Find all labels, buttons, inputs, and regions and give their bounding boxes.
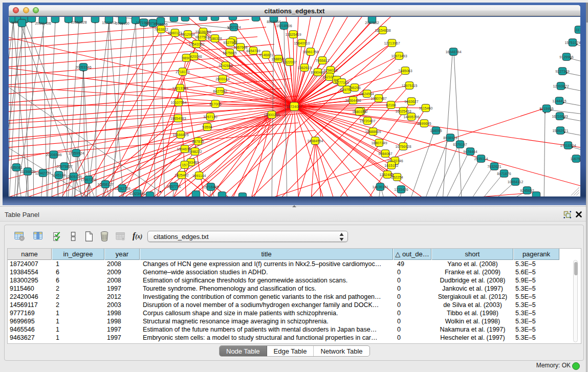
svg-text:16154838: 16154838	[375, 29, 390, 32]
svg-text:8813054: 8813054	[267, 20, 280, 24]
svg-text:15720407: 15720407	[359, 119, 375, 123]
svg-text:887833: 887833	[192, 140, 204, 143]
svg-text:15640910: 15640910	[294, 41, 310, 45]
svg-text:3267130: 3267130	[203, 115, 217, 119]
svg-text:12975115: 12975115	[402, 84, 418, 87]
svg-text:19166825: 19166825	[172, 133, 188, 137]
svg-text:8454749: 8454749	[246, 49, 260, 53]
svg-text:10653528: 10653528	[71, 20, 86, 24]
svg-text:15751074: 15751074	[564, 41, 580, 45]
svg-text:18807249: 18807249	[371, 141, 387, 145]
svg-text:7625402: 7625402	[175, 173, 188, 177]
svg-text:17957255: 17957255	[80, 178, 96, 182]
svg-text:12505135: 12505135	[66, 175, 81, 179]
svg-text:8322037: 8322037	[282, 60, 296, 64]
svg-text:10756928: 10756928	[395, 145, 411, 148]
svg-text:20364436: 20364436	[345, 99, 361, 102]
svg-text:12213389: 12213389	[172, 86, 188, 90]
svg-text:18300295: 18300295	[264, 113, 279, 117]
svg-text:9146821: 9146821	[259, 53, 273, 57]
svg-text:435081: 435081	[10, 166, 22, 169]
svg-text:16210643: 16210643	[552, 115, 568, 118]
svg-text:8990448: 8990448	[311, 71, 324, 74]
svg-text:62160: 62160	[386, 103, 396, 107]
svg-text:8427552: 8427552	[213, 90, 227, 93]
svg-text:12093872: 12093872	[553, 84, 569, 88]
svg-text:12942737: 12942737	[35, 171, 51, 175]
svg-text:157: 157	[182, 163, 188, 167]
svg-text:10654112: 10654112	[508, 180, 524, 184]
svg-text:11923446: 11923446	[129, 192, 145, 195]
svg-text:12213967: 12213967	[384, 41, 400, 45]
svg-text:20206586: 20206586	[46, 153, 61, 157]
svg-text:9474444: 9474444	[463, 150, 477, 154]
svg-text:14136141: 14136141	[372, 185, 388, 189]
svg-text:19654983: 19654983	[170, 117, 186, 120]
svg-text:7632621: 7632621	[487, 165, 501, 168]
svg-text:10958127: 10958127	[97, 183, 113, 186]
svg-text:53594: 53594	[202, 125, 212, 129]
svg-text:8186328: 8186328	[208, 37, 222, 40]
svg-text:16961758: 16961758	[302, 50, 318, 54]
svg-text:817006: 817006	[209, 102, 221, 106]
svg-text:16782759: 16782759	[114, 187, 130, 190]
svg-text:9777169: 9777169	[335, 81, 349, 84]
svg-text:8215955: 8215955	[539, 107, 553, 111]
svg-text:1615152: 1615152	[384, 164, 398, 167]
svg-text:9498222: 9498222	[188, 150, 202, 154]
svg-text:15716485: 15716485	[203, 185, 219, 189]
svg-text:9794028: 9794028	[323, 69, 337, 72]
svg-text:11156829: 11156829	[20, 170, 35, 173]
svg-text:8660123: 8660123	[168, 31, 182, 35]
svg-text:3624554: 3624554	[360, 92, 374, 96]
svg-text:9463627: 9463627	[404, 100, 418, 103]
svg-text:9129966: 9129966	[559, 55, 573, 59]
svg-text:7357224: 7357224	[227, 26, 241, 29]
svg-text:6379197: 6379197	[453, 143, 467, 146]
svg-text:13325419: 13325419	[285, 33, 301, 36]
svg-text:10973493: 10973493	[391, 54, 407, 58]
svg-text:7955812: 7955812	[315, 59, 329, 62]
svg-text:9327508: 9327508	[223, 41, 237, 45]
svg-text:9115460: 9115460	[419, 106, 433, 110]
svg-text:9245652: 9245652	[520, 189, 534, 192]
svg-text:9242848: 9242848	[219, 64, 232, 68]
svg-text:1244415: 1244415	[552, 99, 566, 103]
svg-text:9890: 9890	[182, 56, 190, 60]
svg-text:19218506: 19218506	[276, 24, 292, 28]
svg-text:2718170: 2718170	[176, 70, 189, 74]
svg-text:11172: 11172	[574, 28, 580, 32]
svg-text:7485063: 7485063	[398, 69, 412, 73]
svg-text:1362615: 1362615	[297, 66, 311, 70]
svg-text:19384554: 19384554	[307, 139, 323, 143]
svg-text:2087682: 2087682	[365, 21, 379, 25]
svg-text:9827503: 9827503	[195, 35, 209, 39]
svg-text:746266: 746266	[349, 86, 360, 90]
svg-text:10107554: 10107554	[170, 101, 186, 104]
svg-text:1880371: 1880371	[352, 110, 366, 114]
svg-text:1527602: 1527602	[102, 21, 116, 25]
svg-text:5675685: 5675685	[223, 51, 236, 55]
svg-text:2803144: 2803144	[215, 77, 229, 81]
svg-text:1733426: 1733426	[394, 188, 408, 191]
svg-text:20975857: 20975857	[56, 165, 72, 168]
svg-text:15692971: 15692971	[552, 129, 568, 133]
svg-text:1091144: 1091144	[192, 174, 206, 178]
svg-text:2367608: 2367608	[233, 46, 247, 49]
svg-text:116753: 116753	[571, 157, 580, 161]
svg-text:2935114: 2935114	[474, 157, 488, 161]
svg-text:20053346: 20053346	[75, 65, 91, 69]
svg-text:9699695: 9699695	[417, 122, 431, 125]
svg-text:164095: 164095	[430, 129, 442, 133]
svg-text:18724007: 18724007	[286, 105, 302, 108]
svg-text:9084067: 9084067	[378, 152, 392, 156]
svg-text:10025433: 10025433	[395, 110, 411, 113]
svg-text:7663822: 7663822	[154, 28, 168, 31]
svg-text:9857771: 9857771	[167, 185, 181, 188]
svg-text:10688609: 10688609	[365, 130, 381, 134]
svg-text:17359924: 17359924	[68, 151, 84, 155]
svg-text:8471676: 8471676	[497, 172, 511, 176]
svg-text:10807487: 10807487	[371, 97, 386, 100]
svg-text:16648784: 16648784	[445, 50, 461, 54]
svg-text:252254: 252254	[391, 176, 403, 179]
